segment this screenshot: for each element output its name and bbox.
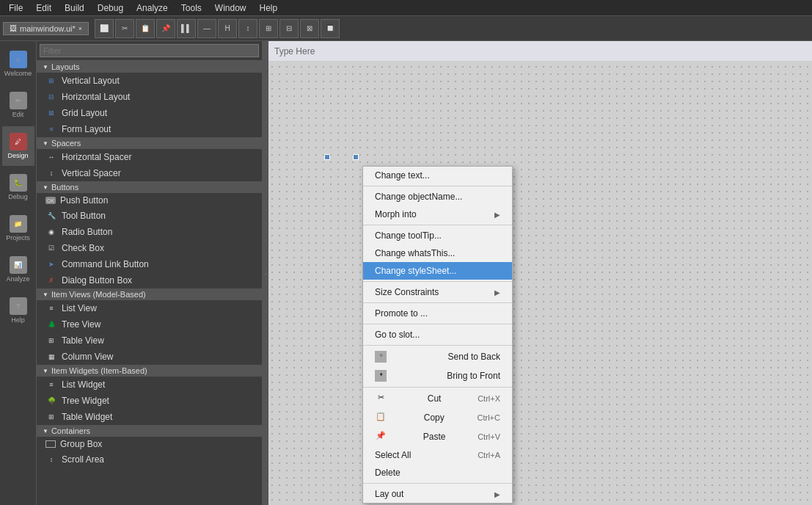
- list-item[interactable]: ≡ List Widget: [37, 377, 262, 393]
- ctx-cut-shortcut: Ctrl+X: [478, 394, 500, 403]
- widget-label: Tree View: [62, 319, 100, 330]
- widget-label: Table Widget: [62, 412, 112, 422]
- widget-label: Vertical Layout: [62, 76, 120, 86]
- toolbar-btn-7[interactable]: H: [218, 19, 237, 38]
- list-item[interactable]: ≡ Form Layout: [37, 121, 262, 137]
- toolbar-btn-2[interactable]: ✂: [115, 19, 134, 38]
- list-item[interactable]: 🌳 Tree Widget: [37, 393, 262, 409]
- sidebar-projects[interactable]: 📁 Projects: [2, 208, 34, 248]
- list-item[interactable]: ⊞ Vertical Layout: [37, 73, 262, 89]
- sidebar-welcome[interactable]: ⌂ Welcome: [2, 44, 34, 84]
- ctx-send-to-back[interactable]: ⬦ Send to Back: [363, 347, 512, 366]
- section-buttons: ▼ Buttons: [37, 181, 262, 193]
- toolbar-btn-8[interactable]: ↕: [238, 19, 257, 38]
- toolbar-btn-3[interactable]: 📋: [136, 19, 155, 38]
- list-item[interactable]: ▦ Column View: [37, 349, 262, 365]
- ctx-sep-5: [363, 324, 512, 324]
- ctx-copy[interactable]: 📋 Copy Ctrl+C: [363, 408, 512, 427]
- list-item[interactable]: 🌲 Tree View: [37, 316, 262, 333]
- toolbar-btn-10[interactable]: ⊟: [279, 19, 299, 38]
- menu-edit[interactable]: Edit: [30, 1, 57, 15]
- widget-label: Scroll Area: [62, 454, 104, 465]
- list-item[interactable]: ↕ Vertical Spacer: [37, 165, 262, 181]
- menu-file[interactable]: File: [3, 1, 29, 15]
- list-item[interactable]: ↕ Scroll Area: [37, 451, 262, 468]
- menu-help[interactable]: Help: [254, 1, 284, 15]
- list-item[interactable]: ↔ Horizontal Spacer: [37, 149, 262, 165]
- section-containers-arrow: ▼: [43, 428, 48, 435]
- ctx-paste-shortcut: Ctrl+V: [478, 432, 500, 441]
- menu-window[interactable]: Window: [209, 1, 252, 15]
- menu-bar-placeholder[interactable]: Type Here: [268, 41, 812, 62]
- main-tab[interactable]: 🖼 mainwindow.ui* ×: [3, 22, 89, 35]
- widget-label: Form Layout: [62, 124, 111, 134]
- ctx-size-constraints[interactable]: Size Constraints ▶: [363, 283, 512, 301]
- tree-widget-icon: 🌳: [45, 395, 57, 407]
- cut-icon: ✂: [375, 393, 387, 404]
- menu-analyze[interactable]: Analyze: [131, 1, 174, 15]
- toolbar-btn-5[interactable]: ▌▌: [177, 19, 196, 38]
- ctx-sep-1: [363, 186, 512, 186]
- ctx-go-to-slot[interactable]: Go to slot...: [363, 326, 512, 344]
- ctx-select-all[interactable]: Select All Ctrl+A: [363, 446, 512, 464]
- toolbar-btn-4[interactable]: 📌: [156, 19, 175, 38]
- sidebar-help[interactable]: ? Help: [2, 291, 34, 330]
- ctx-lay-out-arrow: ▶: [494, 490, 500, 498]
- ctx-bring-to-front[interactable]: ⬧ Bring to Front: [363, 366, 512, 385]
- list-item[interactable]: ◉ Radio Button: [37, 224, 262, 240]
- list-item[interactable]: Group Box: [37, 437, 262, 451]
- list-item[interactable]: ➤ Command Link Button: [37, 256, 262, 272]
- ctx-lay-out[interactable]: Lay out ▶: [363, 485, 512, 503]
- ctx-copy-label: Copy: [424, 413, 445, 423]
- sidebar-edit[interactable]: ✏ Edit: [2, 85, 34, 125]
- ctx-bring-to-front-label: Bring to Front: [447, 371, 500, 381]
- filter-input[interactable]: [40, 44, 259, 57]
- menu-build[interactable]: Build: [59, 1, 90, 15]
- ctx-paste[interactable]: 📌 Paste Ctrl+V: [363, 427, 512, 446]
- list-item[interactable]: ≡ List View: [37, 300, 262, 316]
- section-item-widgets-label: Item Widgets (Item-Based): [51, 366, 147, 375]
- list-item[interactable]: ☑ Check Box: [37, 240, 262, 256]
- sidebar-analyze[interactable]: 📊 Analyze: [2, 250, 34, 289]
- menu-debug[interactable]: Debug: [92, 1, 129, 15]
- ctx-change-objectname[interactable]: Change objectName...: [363, 188, 512, 206]
- list-item[interactable]: ⊞ Table View: [37, 333, 262, 349]
- ctx-change-whatsthis[interactable]: Change whatsThis...: [363, 244, 512, 262]
- bring-to-front-icon: ⬧: [375, 370, 387, 382]
- ctx-promote-to[interactable]: Promote to ...: [363, 305, 512, 322]
- canvas-area[interactable]: Type Here Click Me Change text... Change…: [268, 41, 812, 505]
- check-box-icon: ☑: [45, 242, 57, 254]
- ctx-change-text[interactable]: Change text...: [363, 167, 512, 184]
- widget-label: Tool Button: [62, 211, 106, 221]
- ctx-morph-arrow: ▶: [494, 211, 500, 219]
- toolbar-btn-11[interactable]: ⊠: [300, 19, 319, 38]
- toolbar-btn-9[interactable]: ⊞: [259, 19, 278, 38]
- sidebar-debug[interactable]: 🐛 Debug: [2, 167, 34, 207]
- toolbar-btn-6[interactable]: —: [197, 19, 216, 38]
- resize-handle[interactable]: ···: [263, 41, 268, 505]
- sidebar-design[interactable]: 🖊 Design: [2, 126, 34, 166]
- menu-tools[interactable]: Tools: [175, 1, 208, 15]
- ctx-select-all-shortcut: Ctrl+A: [478, 451, 500, 459]
- ctx-change-stylesheet[interactable]: Change styleSheet...: [363, 262, 512, 280]
- radio-button-icon: ◉: [45, 226, 57, 238]
- ctx-morph-into[interactable]: Morph into ▶: [363, 206, 512, 223]
- tab-close-button[interactable]: ×: [78, 25, 82, 32]
- ctx-cut[interactable]: ✂ Cut Ctrl+X: [363, 389, 512, 408]
- list-item[interactable]: OK Push Button: [37, 193, 262, 208]
- toolbar-btn-1[interactable]: ⬜: [95, 19, 114, 38]
- ctx-delete[interactable]: Delete: [363, 464, 512, 482]
- section-item-widgets: ▼ Item Widgets (Item-Based): [37, 365, 262, 377]
- ctx-sep-3: [363, 281, 512, 282]
- list-item[interactable]: ⊞ Table Widget: [37, 409, 262, 425]
- horiz-spacer-icon: ↔: [45, 151, 57, 163]
- list-item[interactable]: ⊟ Horizontal Layout: [37, 89, 262, 105]
- toolbar-btn-12[interactable]: 🔲: [321, 19, 340, 38]
- list-item[interactable]: 🔧 Tool Button: [37, 208, 262, 224]
- list-item[interactable]: ✗ Dialog Button Box: [37, 272, 262, 288]
- tab-label: mainwindow.ui*: [20, 24, 76, 33]
- context-menu: Change text... Change objectName... Morp…: [362, 166, 513, 504]
- widget-label: List View: [62, 303, 97, 313]
- ctx-change-tooltip[interactable]: Change toolTip...: [363, 227, 512, 244]
- list-item[interactable]: ⊠ Grid Layout: [37, 105, 262, 121]
